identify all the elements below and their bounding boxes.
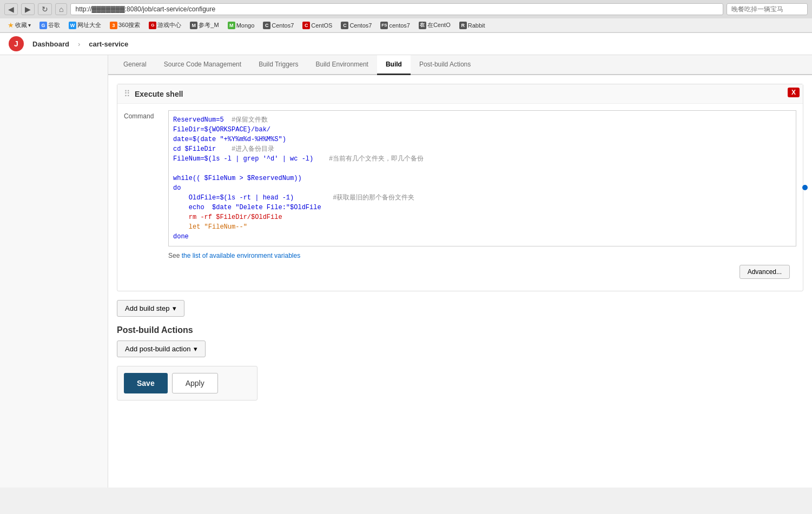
command-label: Command <box>124 110 162 120</box>
bookmark-ref[interactable]: M参考_M <box>187 20 222 30</box>
back-button[interactable]: ◀ <box>4 3 18 15</box>
save-button[interactable]: Save <box>124 373 168 393</box>
execute-shell-card: ⠿ Execute shell X Command ReservedNum=5 … <box>117 84 803 291</box>
add-post-arrow: ▾ <box>194 345 197 353</box>
execute-shell-title: Execute shell <box>135 90 183 98</box>
bookmark-centos[interactable]: CCentOS <box>299 21 335 30</box>
env-vars-prefix: See <box>168 252 182 259</box>
close-shell-button[interactable]: X <box>788 88 800 97</box>
add-build-step-label: Add build step <box>125 304 169 312</box>
jenkins-logo: J <box>9 36 24 51</box>
bookmark-games[interactable]: G游戏中心 <box>146 20 184 30</box>
blue-indicator-dot <box>802 185 808 190</box>
tab-build[interactable]: Build <box>377 55 411 75</box>
browser-toolbar: ◀ ▶ ↻ ⌂ <box>0 0 812 18</box>
forward-button[interactable]: ▶ <box>21 3 35 15</box>
dashboard-link[interactable]: Dashboard <box>32 40 69 48</box>
tab-source-code[interactable]: Source Code Management <box>155 55 250 75</box>
post-build-title: Post-build Actions <box>117 325 803 335</box>
advanced-button[interactable]: Advanced... <box>740 265 790 279</box>
bookmark-fs-centos[interactable]: FScentos7 <box>377 21 413 30</box>
shell-body: Command ReservedNum=5 #保留文件数 FileDir=${W… <box>117 104 803 291</box>
search-bar[interactable] <box>727 3 808 15</box>
project-link[interactable]: cart-service <box>89 40 128 48</box>
env-vars-link[interactable]: the list of available environment variab… <box>182 252 300 259</box>
bookmark-centos7-2[interactable]: CCentos7 <box>338 21 375 30</box>
home-button[interactable]: ⌂ <box>55 3 67 15</box>
command-editor[interactable]: ReservedNum=5 #保留文件数 FileDir=${WORKSPACE… <box>168 110 796 246</box>
add-build-step-row: Add build step ▾ <box>117 300 803 317</box>
tab-build-environment[interactable]: Build Environment <box>307 55 377 75</box>
build-panel: ⠿ Execute shell X Command ReservedNum=5 … <box>108 75 812 409</box>
bookmark-360[interactable]: 3360搜索 <box>107 20 143 30</box>
env-vars-row: See the list of available environment va… <box>124 246 796 259</box>
drag-handle-icon[interactable]: ⠿ <box>124 89 130 99</box>
bookmark-rabbit[interactable]: RRabbit <box>456 21 488 30</box>
jenkins-header: J Dashboard › cart-service <box>0 33 812 55</box>
add-post-build-button[interactable]: Add post-build action ▾ <box>117 341 206 357</box>
execute-shell-wrapper: ⠿ Execute shell X Command ReservedNum=5 … <box>117 84 803 291</box>
tab-bar: General Source Code Management Build Tri… <box>108 55 812 75</box>
sidebar <box>0 55 108 488</box>
add-post-label: Add post-build action <box>125 345 190 353</box>
bookmark-zaicento[interactable]: 在在CentO <box>415 20 454 30</box>
form-actions: Save Apply <box>117 366 258 400</box>
bookmark-mongo[interactable]: MMongo <box>225 21 258 30</box>
bookmark-centos7-1[interactable]: CCentos7 <box>260 21 297 30</box>
execute-shell-header: ⠿ Execute shell <box>117 84 803 104</box>
tab-build-triggers[interactable]: Build Triggers <box>250 55 307 75</box>
add-build-step-arrow: ▾ <box>173 304 176 312</box>
nav-separator: › <box>78 40 80 48</box>
bookmarks-bar: ★收藏▾ G谷歌 W网址大全 3360搜索 G游戏中心 M参考_M MMongo… <box>0 18 812 32</box>
refresh-button[interactable]: ↻ <box>38 3 52 15</box>
advanced-row: Advanced... <box>124 259 796 284</box>
content-area: General Source Code Management Build Tri… <box>108 55 812 488</box>
add-build-step-button[interactable]: Add build step ▾ <box>117 300 184 317</box>
post-build-section: Post-build Actions Add post-build action… <box>117 325 803 357</box>
bookmark-favorites[interactable]: ★收藏▾ <box>4 20 34 30</box>
tab-general[interactable]: General <box>115 55 155 75</box>
command-row: Command ReservedNum=5 #保留文件数 FileDir=${W… <box>124 110 796 246</box>
apply-button[interactable]: Apply <box>172 373 218 393</box>
address-bar[interactable] <box>70 3 723 15</box>
tab-post-build[interactable]: Post-build Actions <box>411 55 479 75</box>
browser-chrome: ◀ ▶ ↻ ⌂ ★收藏▾ G谷歌 W网址大全 3360搜索 G游戏中心 M参考_… <box>0 0 812 33</box>
bookmark-google[interactable]: G谷歌 <box>36 20 63 30</box>
bookmark-wangzhi[interactable]: W网址大全 <box>65 20 104 30</box>
main-layout: General Source Code Management Build Tri… <box>0 55 812 488</box>
